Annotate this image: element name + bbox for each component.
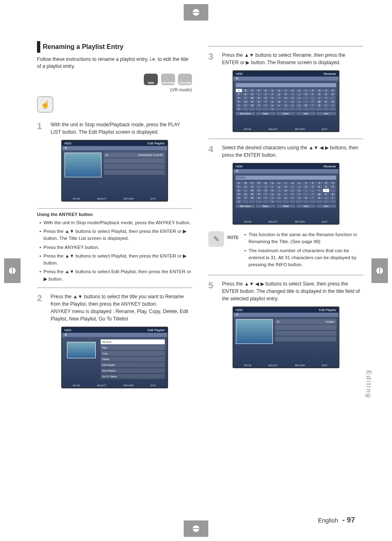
note-icon: ✎ xyxy=(208,231,224,247)
anykey-subhead: Using the ANYKEY button xyxy=(37,208,192,217)
screenshot-anykey-menu: HDDEdit Playlist ☰ Rename Play Copy Dele… xyxy=(61,327,168,388)
screenshot-edit-playlist-1: HDDEdit Playlist ☰ 01JAN/01/2005 17:30 P… xyxy=(61,140,168,202)
divider xyxy=(208,139,363,139)
step-4-text: Select the desired characters using the … xyxy=(222,144,363,159)
step-3-text: Press the ▲▼ buttons to select Rename, t… xyxy=(222,51,363,66)
dvd-rw-badge: DVD-RW xyxy=(178,74,192,85)
divider xyxy=(208,46,363,46)
vr-mode-note: (VR mode) xyxy=(37,87,192,92)
note-bullets: This function is the same as the Rename … xyxy=(242,231,363,268)
step-1: 1 With the unit in Stop mode/Playback mo… xyxy=(37,121,192,136)
step-4: 4 Select the desired characters using th… xyxy=(208,144,363,159)
media-badges: HDD DVD-RAM DVD-RW xyxy=(37,74,192,86)
side-tab-editing: Editing xyxy=(365,370,372,398)
bullet: Press the ▲▼ buttons to select Edit Play… xyxy=(39,268,192,283)
step-1-number: 1 xyxy=(37,121,49,132)
bullet: This function is the same as the Rename … xyxy=(244,231,363,246)
bullet: With the unit in Stop mode/Playback mode… xyxy=(39,219,192,226)
step-1-text: With the unit in Stop mode/Playback mode… xyxy=(51,121,191,136)
screenshot-rename-keyboard-1: HDDRename ☰ ABCDEabcde12345FGHIJfghij678… xyxy=(233,70,339,132)
anykey-bullets: With the unit in Stop mode/Playback mode… xyxy=(37,219,192,283)
divider xyxy=(37,288,192,288)
page-footer: English - 97 xyxy=(318,516,355,525)
step-2-text: Press the ▲▼ buttons to select the title… xyxy=(51,293,191,323)
page-content: Renaming a Playlist Entry Follow these i… xyxy=(37,41,363,512)
bullet: The maximum number of characters that ca… xyxy=(244,247,363,269)
screenshot-rename-keyboard-2: HDDRename ☰ Dolphin_ ABCDEabcde12345FGHI… xyxy=(233,163,339,225)
left-column: Renaming a Playlist Entry Follow these i… xyxy=(37,41,192,512)
heading-text: Renaming a Playlist Entry xyxy=(43,43,124,51)
thumbnail xyxy=(236,319,273,344)
step-2: 2 Press the ▲▼ buttons to select the tit… xyxy=(37,293,192,323)
footer-page-number: - 97 xyxy=(342,516,355,525)
step-5-number: 5 xyxy=(208,280,221,291)
note-block: ✎ NOTE This function is the same as the … xyxy=(208,231,363,270)
step-2-number: 2 xyxy=(37,293,49,304)
thumbnail xyxy=(65,153,101,177)
divider xyxy=(208,275,363,275)
section-heading: Renaming a Playlist Entry xyxy=(37,41,192,53)
step-3: 3 Press the ▲▼ buttons to select Rename,… xyxy=(208,51,363,66)
thumbnail xyxy=(67,342,96,358)
dvd-ram-badge: DVD-RAM xyxy=(161,74,175,85)
step-4-number: 4 xyxy=(208,144,221,155)
bullet: Press the ▲▼ buttons to select Playlist,… xyxy=(39,253,192,267)
note-label: NOTE xyxy=(227,231,239,240)
right-column: 3 Press the ▲▼ buttons to select Rename,… xyxy=(208,41,363,512)
intro-text: Follow these instructions to rename a pl… xyxy=(37,56,192,70)
heading-bar xyxy=(37,41,40,53)
hdd-badge: HDD xyxy=(144,74,158,85)
step-3-number: 3 xyxy=(208,51,221,62)
bullet: Press the ANYKEY button. xyxy=(39,244,192,251)
footer-language: English xyxy=(318,517,338,524)
screenshot-edit-playlist-saved: HDDEdit Playlist ☰ 01Dolphin MOVE SELECT… xyxy=(233,306,339,368)
hand-icon: ☝ xyxy=(37,96,53,113)
bullet: Press the ▲▼ buttons to select Playlist,… xyxy=(39,228,192,242)
step-5-text: Press the ▲▼ ◀ ▶ buttons to select Save,… xyxy=(222,280,363,302)
step-5: 5 Press the ▲▼ ◀ ▶ buttons to select Sav… xyxy=(208,280,363,302)
